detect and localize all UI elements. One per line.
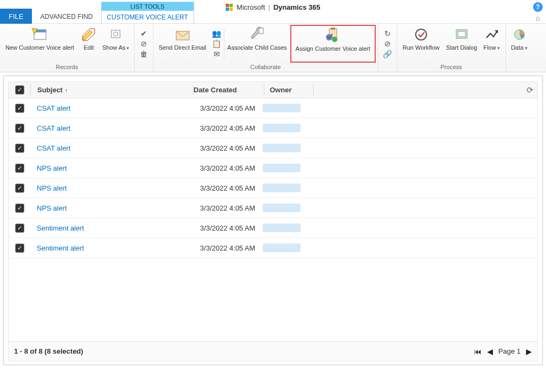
header-tabs: FILE ADVANCED FIND LIST TOOLS CUSTOMER V…	[0, 0, 194, 24]
email-icon	[174, 26, 192, 43]
refresh-button[interactable]: ⟳	[522, 85, 537, 95]
row-checkbox[interactable]: ✓	[15, 204, 24, 213]
row-checkbox[interactable]: ✓	[15, 164, 24, 173]
brand-divider: |	[268, 3, 270, 11]
row-subject-link[interactable]: Sentiment alert	[30, 244, 192, 252]
row-date: 3/3/2022 4:05 AM	[192, 244, 263, 252]
link-icon[interactable]: 🔗	[383, 49, 392, 59]
row-checkbox-cell[interactable]: ✓	[9, 184, 30, 193]
row-checkbox-cell[interactable]: ✓	[9, 144, 30, 153]
send-email-label: Send Direct Email	[159, 44, 207, 51]
table-row[interactable]: ✓CSAT alert3/3/2022 4:05 AM	[9, 98, 537, 118]
start-dialog-button[interactable]: Start Dialog	[443, 25, 480, 63]
flow-button[interactable]: Flow	[481, 25, 503, 63]
process-group-label: Process	[399, 63, 503, 72]
activate-icon[interactable]: ✔	[139, 29, 149, 38]
new-customer-voice-alert-button[interactable]: New Customer Voice alert	[2, 25, 77, 63]
table-row[interactable]: ✓Sentiment alert3/3/2022 4:05 AM	[9, 238, 537, 258]
row-checkbox[interactable]: ✓	[15, 244, 24, 253]
row-checkbox-cell[interactable]: ✓	[9, 164, 30, 173]
first-page-button[interactable]: ⏮	[474, 347, 482, 356]
flow-icon	[483, 26, 501, 43]
table-row[interactable]: ✓Sentiment alert3/3/2022 4:05 AM	[9, 218, 537, 238]
email-link-icon[interactable]: ✉	[212, 49, 222, 59]
tab-advanced-find[interactable]: ADVANCED FIND	[32, 9, 101, 24]
col-header-subject[interactable]: Subject↑	[31, 86, 193, 94]
delete-icon[interactable]: 🗑	[139, 49, 149, 59]
ribbon-group-links: ↻ ⊘ 🔗	[378, 24, 397, 72]
row-checkbox[interactable]: ✓	[15, 184, 24, 193]
table-row[interactable]: ✓CSAT alert3/3/2022 4:05 AM	[9, 118, 537, 138]
header-right: ? ⌂	[533, 2, 543, 22]
associate-child-label: Associate Child Cases	[228, 44, 287, 51]
row-checkbox[interactable]: ✓	[15, 224, 24, 233]
row-subject-link[interactable]: NPS alert	[30, 164, 192, 172]
row-checkbox-cell[interactable]: ✓	[9, 204, 30, 213]
send-direct-email-button[interactable]: Send Direct Email	[156, 25, 210, 63]
col-header-owner[interactable]: Owner	[264, 86, 313, 94]
associate-child-cases-button[interactable]: Associate Child Cases	[224, 25, 290, 63]
show-as-button[interactable]: Show As	[100, 25, 131, 63]
table-row[interactable]: ✓NPS alert3/3/2022 4:05 AM	[9, 158, 537, 178]
row-date: 3/3/2022 4:05 AM	[192, 104, 263, 112]
row-checkbox-cell[interactable]: ✓	[9, 244, 30, 253]
share-icon[interactable]: 👥	[212, 29, 222, 38]
row-subject-link[interactable]: NPS alert	[30, 204, 192, 212]
row-owner	[263, 184, 306, 192]
table-row[interactable]: ✓NPS alert3/3/2022 4:05 AM	[9, 198, 537, 218]
row-date: 3/3/2022 4:05 AM	[192, 204, 263, 212]
data-button[interactable]: Data	[508, 25, 531, 63]
show-as-icon	[106, 26, 125, 43]
table-row[interactable]: ✓NPS alert3/3/2022 4:05 AM	[9, 178, 537, 198]
table-row[interactable]: ✓CSAT alert3/3/2022 4:05 AM	[9, 138, 537, 158]
svg-rect-8	[259, 28, 263, 33]
next-page-button[interactable]: ▶	[526, 347, 532, 356]
edit-icon	[79, 26, 98, 43]
col-header-date[interactable]: Date Created	[194, 86, 264, 94]
pager: ⏮ ◀ Page 1 ▶	[474, 347, 532, 356]
grid-body: ✓CSAT alert3/3/2022 4:05 AM✓CSAT alert3/…	[9, 98, 537, 341]
row-subject-link[interactable]: NPS alert	[30, 184, 192, 192]
unfollow-icon[interactable]: ⊘	[383, 39, 392, 49]
row-checkbox-cell[interactable]: ✓	[9, 224, 30, 233]
collaborate-group-label: Collaborate	[156, 63, 376, 72]
row-subject-link[interactable]: CSAT alert	[30, 124, 192, 132]
row-owner	[263, 104, 306, 112]
tab-customer-voice-alert[interactable]: CUSTOMER VOICE ALERT	[102, 11, 194, 24]
row-subject-link[interactable]: CSAT alert	[30, 104, 192, 112]
start-dialog-label: Start Dialog	[446, 44, 477, 51]
new-record-icon	[31, 26, 49, 43]
row-checkbox-cell[interactable]: ✓	[9, 124, 30, 133]
deactivate-icon[interactable]: ⊘	[139, 39, 149, 49]
sync-icon[interactable]: ↻	[383, 29, 392, 38]
tab-group-list-tools: LIST TOOLS CUSTOMER VOICE ALERT	[101, 2, 194, 24]
data-label: Data	[511, 44, 528, 51]
row-date: 3/3/2022 4:05 AM	[192, 224, 263, 232]
prev-page-button[interactable]: ◀	[487, 347, 493, 356]
show-as-label: Show As	[102, 44, 129, 51]
select-all-cell[interactable]: ✓	[9, 85, 30, 94]
copy-link-icon[interactable]: 📋	[212, 39, 222, 49]
edit-label: Edit	[84, 44, 94, 51]
tab-file[interactable]: FILE	[0, 9, 32, 24]
row-subject-link[interactable]: Sentiment alert	[30, 224, 192, 232]
row-checkbox[interactable]: ✓	[15, 104, 24, 113]
list-tools-header: LIST TOOLS	[102, 2, 194, 11]
assign-cva-label: Assign Customer Voice alert	[296, 45, 370, 52]
ribbon-group-collaborate: Send Direct Email 👥 📋 ✉ Associate Child …	[154, 24, 378, 72]
run-workflow-button[interactable]: Run Workflow	[399, 25, 443, 63]
records-group-label: Records	[2, 63, 132, 72]
help-icon[interactable]: ?	[533, 2, 543, 12]
row-checkbox[interactable]: ✓	[15, 124, 24, 133]
edit-button[interactable]: Edit	[77, 25, 100, 63]
select-all-checkbox[interactable]: ✓	[15, 85, 24, 94]
workflow-icon	[412, 26, 430, 43]
row-owner	[263, 204, 306, 212]
wrench-icon	[248, 26, 267, 43]
grid-footer: 1 - 8 of 8 (8 selected) ⏮ ◀ Page 1 ▶	[9, 341, 537, 361]
home-icon[interactable]: ⌂	[536, 14, 540, 22]
row-subject-link[interactable]: CSAT alert	[30, 144, 192, 152]
row-checkbox[interactable]: ✓	[15, 144, 24, 153]
row-checkbox-cell[interactable]: ✓	[9, 104, 30, 113]
assign-customer-voice-alert-button[interactable]: Assign Customer Voice alert	[290, 25, 376, 63]
